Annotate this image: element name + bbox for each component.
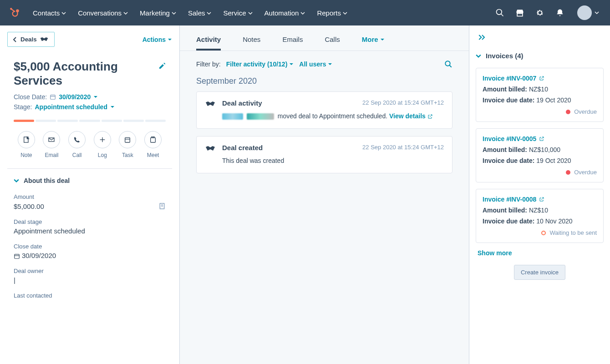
account-menu[interactable] (575, 4, 601, 22)
nav-contacts[interactable]: Contacts (33, 9, 66, 17)
qa-task[interactable]: Task (117, 131, 138, 158)
nav-reports[interactable]: Reports (317, 9, 347, 17)
tab-calls[interactable]: Calls (325, 35, 340, 51)
handshake-icon (205, 145, 216, 166)
qa-log[interactable]: Log (92, 131, 113, 158)
nav-automation[interactable]: Automation (264, 9, 305, 17)
edit-icon[interactable] (158, 62, 166, 70)
card-title: Deal created (222, 144, 263, 152)
invoices-section-toggle[interactable]: Invoices (4) (476, 52, 604, 60)
qa-call[interactable]: Call (66, 131, 88, 158)
status-dot-icon (566, 110, 570, 114)
invoice-status: Overdue (483, 108, 597, 115)
status-dot-icon (566, 170, 570, 175)
qa-email[interactable]: Email (41, 131, 62, 158)
external-link-icon (539, 197, 544, 202)
nav-sales[interactable]: Sales (188, 9, 212, 17)
activity-search-icon[interactable] (444, 60, 452, 68)
invoice-status: Waiting to be sent (483, 229, 597, 236)
invoice-link[interactable]: Invoice #INV-0007 (483, 75, 544, 82)
details-icon[interactable] (158, 202, 166, 210)
handshake-icon (40, 36, 49, 43)
page-body: Deals Actions $5,000 Accounting Services… (0, 25, 610, 364)
caret-down-icon (110, 105, 115, 109)
tab-activity[interactable]: Activity (196, 35, 221, 51)
svg-rect-16 (153, 137, 154, 138)
filter-activity-dropdown[interactable]: Filter activity (10/12) (226, 61, 294, 68)
invoice-card: Invoice #INV-0007 Amount billed: NZ$10 I… (476, 68, 604, 122)
invoice-status: Overdue (483, 169, 597, 176)
qa-meet[interactable]: Meet (142, 131, 164, 158)
amount-value: $5,000.00 (14, 202, 44, 210)
filter-label: Filter by: (196, 61, 221, 68)
calendar-icon (50, 94, 56, 100)
svg-rect-14 (151, 138, 156, 143)
chevron-down-icon (595, 10, 599, 15)
about-this-deal-toggle[interactable]: About this deal (0, 169, 179, 188)
hubspot-logo-icon[interactable] (9, 7, 21, 19)
invoice-link[interactable]: Invoice #INV-0008 (483, 196, 544, 203)
calendar-icon (14, 253, 20, 259)
create-invoice-button[interactable]: Create invoice (514, 265, 565, 280)
card-timestamp: 22 Sep 2020 at 15:24 GMT+12 (362, 99, 444, 107)
invoice-card: Invoice #INV-0008 Amount billed: NZ$10 I… (476, 189, 604, 243)
status-dot-icon (541, 231, 546, 235)
amount-label: Amount (14, 193, 166, 200)
bell-icon[interactable] (555, 8, 564, 17)
view-details-link[interactable]: View details (389, 111, 433, 121)
expand-panel-icon[interactable] (476, 32, 488, 43)
svg-point-22 (445, 61, 450, 66)
handshake-icon (205, 100, 216, 121)
dealstage-label: Deal stage (14, 218, 166, 225)
tab-more[interactable]: More (362, 35, 385, 51)
stage-row[interactable]: Stage: Appointment scheduled (14, 103, 166, 111)
svg-point-3 (497, 10, 502, 15)
show-more-invoices[interactable]: Show more (478, 249, 604, 257)
nav-conversations[interactable]: Conversations (78, 9, 128, 17)
quick-actions: Note Email Call Log Task Meet (0, 122, 179, 168)
nav-service[interactable]: Service (223, 9, 252, 17)
owner-label: Deal owner (14, 268, 166, 274)
avatar-icon (577, 5, 592, 20)
redacted-name (247, 113, 274, 120)
search-icon[interactable] (495, 8, 504, 17)
invoice-link[interactable]: Invoice #INV-0005 (483, 135, 544, 142)
chevron-down-icon (476, 53, 481, 59)
lastcontacted-label: Last contacted (14, 292, 166, 299)
actions-menu[interactable]: Actions (142, 36, 172, 43)
redacted-name (222, 113, 243, 120)
svg-line-23 (449, 65, 452, 67)
top-nav: Contacts Conversations Marketing Sales S… (0, 0, 610, 25)
activity-card-deal-activity: Deal activity 22 Sep 2020 at 15:24 GMT+1… (196, 91, 452, 129)
tab-notes[interactable]: Notes (243, 35, 260, 51)
tab-emails[interactable]: Emails (282, 35, 303, 51)
card-body-text: This deal was created (222, 156, 444, 166)
card-body-text: moved deal to Appointment scheduled. Vie… (222, 111, 444, 121)
activity-card-deal-created: Deal created 22 Sep 2020 at 15:24 GMT+12… (196, 136, 452, 173)
stage-progress (0, 113, 179, 122)
owner-value[interactable]: | (14, 276, 166, 284)
svg-rect-15 (152, 137, 152, 138)
filter-users-dropdown[interactable]: All users (299, 61, 332, 68)
marketplace-icon[interactable] (515, 8, 524, 17)
svg-line-4 (501, 14, 503, 16)
left-panel: Deals Actions $5,000 Accounting Services… (0, 25, 180, 364)
card-timestamp: 22 Sep 2020 at 15:24 GMT+12 (362, 144, 444, 152)
filter-row: Filter by: Filter activity (10/12) All u… (180, 51, 469, 74)
caret-down-icon (93, 95, 98, 99)
svg-rect-6 (51, 95, 56, 99)
qa-note[interactable]: Note (15, 131, 37, 158)
caret-down-icon (380, 37, 385, 42)
external-link-icon (427, 114, 433, 119)
close-date-row[interactable]: Close Date: 30/09/2020 (14, 93, 166, 101)
nav-marketing[interactable]: Marketing (140, 9, 176, 17)
svg-rect-5 (517, 14, 523, 16)
svg-rect-20 (15, 254, 20, 258)
back-to-deals-button[interactable]: Deals (7, 32, 55, 47)
center-panel: Activity Notes Emails Calls More Filter … (180, 25, 469, 364)
top-nav-left: Contacts Conversations Marketing Sales S… (9, 7, 347, 19)
gear-icon[interactable] (535, 8, 544, 17)
closedate-value: 30/09/2020 (14, 252, 166, 259)
top-nav-right (495, 4, 601, 22)
external-link-icon (539, 76, 544, 81)
